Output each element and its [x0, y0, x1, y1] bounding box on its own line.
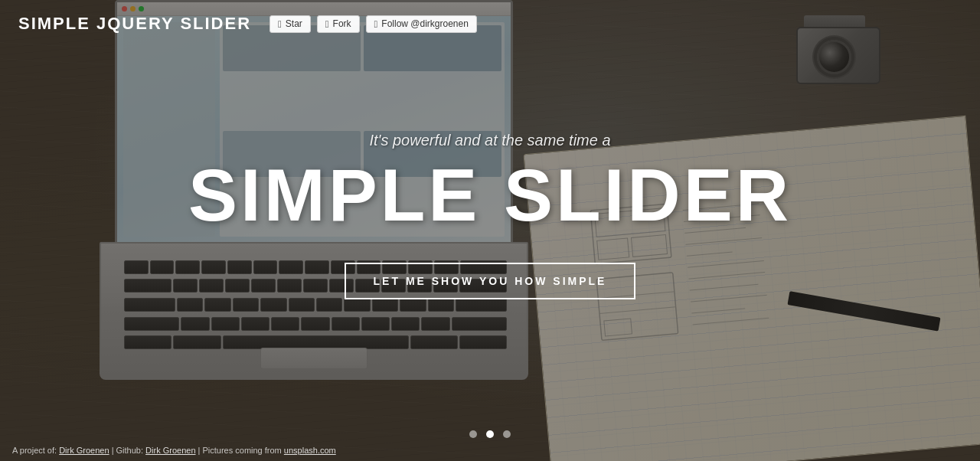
slider-dot-1[interactable]	[469, 430, 477, 438]
slider-container: SIMPLE JQUERY SLIDER  Star  Fork  Fol…	[0, 0, 980, 461]
header: SIMPLE JQUERY SLIDER  Star  Fork  Fol…	[0, 0, 980, 47]
footer-github-user: Dirk Groenen	[145, 446, 195, 455]
footer-text-suffix: | Pictures coming from	[196, 446, 284, 455]
site-title: SIMPLE JQUERY SLIDER	[18, 14, 251, 34]
slider-dots	[469, 430, 511, 438]
github-icon-follow: 	[374, 18, 378, 30]
github-icon-fork: 	[325, 18, 329, 30]
footer-unsplash: unsplash.com	[284, 446, 336, 455]
github-follow-button[interactable]:  Follow @dirkgroenen	[366, 15, 477, 33]
github-fork-label: Fork	[333, 18, 351, 29]
footer: A project of: Dirk Groenen | Github: Dir…	[12, 446, 336, 455]
github-star-label: Star	[286, 18, 302, 29]
github-icon-star: 	[278, 18, 282, 30]
slider-dot-3[interactable]	[503, 430, 511, 438]
footer-text-prefix: A project of:	[12, 446, 59, 455]
footer-author: Dirk Groenen	[59, 446, 109, 455]
hero-content: It's powerful and at the same time a SIM…	[0, 0, 980, 461]
hero-title: SIMPLE SLIDER	[188, 159, 792, 232]
footer-unsplash-link[interactable]: unsplash.com	[284, 446, 336, 455]
github-star-button[interactable]:  Star	[270, 15, 311, 33]
github-buttons:  Star  Fork  Follow @dirkgroenen	[270, 15, 477, 33]
github-fork-button[interactable]:  Fork	[317, 15, 360, 33]
footer-text-mid: | Github:	[109, 446, 146, 455]
footer-github-link[interactable]: Dirk Groenen	[145, 446, 195, 455]
cta-button[interactable]: LET ME SHOW YOU HOW SIMPLE	[345, 263, 636, 299]
hero-subtitle: It's powerful and at the same time a	[369, 132, 610, 149]
slider-dot-2[interactable]	[486, 430, 494, 438]
footer-author-link[interactable]: Dirk Groenen	[59, 446, 109, 455]
github-follow-label: Follow @dirkgroenen	[381, 18, 469, 29]
